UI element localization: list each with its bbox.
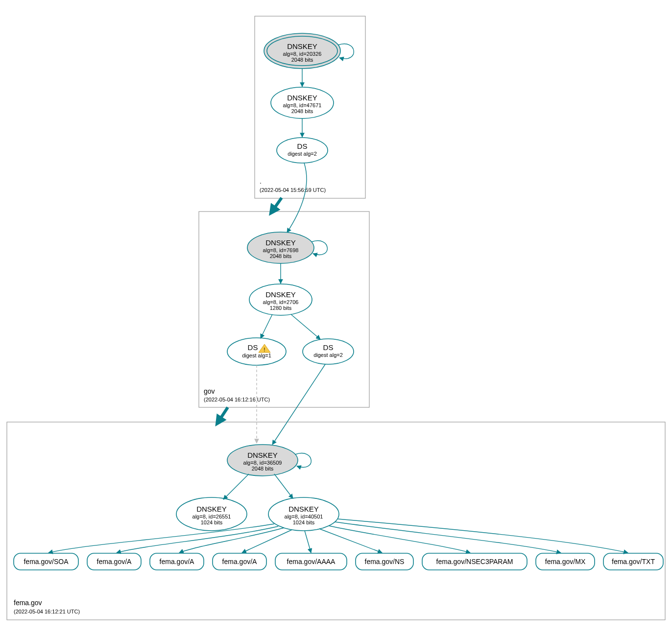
rrset-ns: fema.gov/NS <box>356 553 413 570</box>
svg-text:digest alg=1: digest alg=1 <box>242 353 271 358</box>
node-fema-zsk2: DNSKEY alg=8, id=40501 1024 bits <box>268 497 339 531</box>
edge-zsk2-a3 <box>242 530 292 553</box>
node-root-zsk: DNSKEY alg=8, id=47671 2048 bits <box>271 87 334 118</box>
node-fema-ksk: DNSKEY alg=8, id=36509 2048 bits <box>227 445 298 476</box>
svg-text:DS: DS <box>297 142 308 150</box>
dnssec-graph: . (2022-05-04 15:56:59 UTC) DNSKEY alg=8… <box>0 0 672 636</box>
svg-text:fema.gov/A: fema.gov/A <box>160 558 194 565</box>
svg-text:DNSKEY: DNSKEY <box>288 505 319 513</box>
svg-text:2048 bits: 2048 bits <box>291 108 313 114</box>
rrset-nsec3param: fema.gov/NSEC3PARAM <box>422 553 527 570</box>
svg-text:fema.gov/MX: fema.gov/MX <box>545 558 586 565</box>
svg-text:alg=8, id=20326: alg=8, id=20326 <box>283 51 322 57</box>
edge-zsk2-nsec3 <box>329 526 470 553</box>
svg-text:2048 bits: 2048 bits <box>291 57 313 63</box>
svg-point-10 <box>277 138 328 163</box>
node-root-ksk: DNSKEY alg=8, id=20326 2048 bits <box>264 33 340 69</box>
node-root-ds: DS digest alg=2 <box>277 138 328 163</box>
svg-text:DNSKEY: DNSKEY <box>265 290 296 299</box>
zone-fema: fema.gov (2022-05-04 16:12:21 UTC) DNSKE… <box>7 364 665 620</box>
svg-text:fema.gov/NS: fema.gov/NS <box>365 558 405 565</box>
svg-text:2048 bits: 2048 bits <box>270 253 292 259</box>
svg-text:1024 bits: 1024 bits <box>201 519 223 525</box>
zone-fema-label: fema.gov <box>14 599 42 607</box>
svg-text:alg=8, id=40501: alg=8, id=40501 <box>285 514 323 519</box>
svg-point-26 <box>303 339 354 364</box>
rrset-aaaa: fema.gov/AAAA <box>275 553 347 570</box>
svg-text:fema.gov/NSEC3PARAM: fema.gov/NSEC3PARAM <box>436 558 513 565</box>
rrset-a-1: fema.gov/A <box>87 553 141 570</box>
edge-zsk2-a1 <box>117 526 278 553</box>
edge-rootds-govksk <box>287 163 307 233</box>
svg-text:fema.gov/SOA: fema.gov/SOA <box>24 558 69 565</box>
zone-fema-timestamp: (2022-05-04 16:12:21 UTC) <box>14 609 80 614</box>
edge-govzsk-ds2 <box>291 314 320 339</box>
edge-govzsk-ds1 <box>261 314 272 338</box>
zone-root-timestamp: (2022-05-04 15:56:59 UTC) <box>260 187 326 193</box>
svg-text:alg=8, id=2706: alg=8, id=2706 <box>263 299 299 305</box>
rrsets: fema.gov/SOA fema.gov/A fema.gov/A fema.… <box>14 553 663 570</box>
svg-text:DNSKEY: DNSKEY <box>287 94 317 102</box>
svg-text:alg=8, id=7698: alg=8, id=7698 <box>263 247 299 253</box>
edge-root-to-gov-delegation <box>272 198 282 211</box>
edge-femaksk-zsk1 <box>223 474 249 499</box>
svg-text:DNSKEY: DNSKEY <box>196 505 227 513</box>
svg-text:2048 bits: 2048 bits <box>252 466 274 471</box>
edge-gov-to-fema-delegation <box>218 407 228 422</box>
svg-point-22 <box>227 338 286 365</box>
zone-root: . (2022-05-04 15:56:59 UTC) DNSKEY alg=8… <box>255 16 365 198</box>
rrset-txt: fema.gov/TXT <box>603 553 663 570</box>
svg-text:1280 bits: 1280 bits <box>270 305 292 311</box>
svg-text:DNSKEY: DNSKEY <box>265 238 296 247</box>
svg-text:alg=8, id=47671: alg=8, id=47671 <box>283 102 322 108</box>
rrset-a-2: fema.gov/A <box>150 553 204 570</box>
edge-femaksk-zsk2 <box>274 474 293 498</box>
svg-text:digest alg=2: digest alg=2 <box>313 352 343 358</box>
zone-root-label: . <box>260 177 262 185</box>
svg-text:DNSKEY: DNSKEY <box>247 451 278 459</box>
rrset-mx: fema.gov/MX <box>536 553 595 570</box>
edge-govds2-femaksk <box>272 364 325 445</box>
node-gov-zsk: DNSKEY alg=8, id=2706 1280 bits <box>249 284 312 315</box>
svg-text:DS: DS <box>323 343 334 352</box>
svg-text:fema.gov/A: fema.gov/A <box>222 558 257 565</box>
edge-zsk2-aaaa <box>305 531 311 553</box>
svg-text:digest alg=2: digest alg=2 <box>288 151 317 157</box>
node-gov-ds1: DS ! digest alg=1 <box>227 338 286 365</box>
svg-text:DNSKEY: DNSKEY <box>287 42 317 50</box>
zone-gov: gov (2022-05-04 16:12:16 UTC) DNSKEY alg… <box>199 163 369 407</box>
svg-text:alg=8, id=36509: alg=8, id=36509 <box>243 460 282 466</box>
svg-text:fema.gov/AAAA: fema.gov/AAAA <box>287 558 336 565</box>
svg-text:fema.gov/TXT: fema.gov/TXT <box>612 558 655 565</box>
svg-text:fema.gov/A: fema.gov/A <box>97 558 132 565</box>
zone-gov-timestamp: (2022-05-04 16:12:16 UTC) <box>204 397 270 402</box>
svg-text:alg=8, id=26551: alg=8, id=26551 <box>192 514 231 519</box>
edge-zsk2-ns <box>319 529 382 553</box>
rrset-a-3: fema.gov/A <box>213 553 266 570</box>
svg-text:DS: DS <box>248 343 258 352</box>
node-gov-ksk: DNSKEY alg=8, id=7698 2048 bits <box>247 232 314 263</box>
node-gov-ds2: DS digest alg=2 <box>303 339 354 364</box>
svg-text:!: ! <box>264 347 265 353</box>
svg-text:1024 bits: 1024 bits <box>293 519 315 525</box>
node-fema-zsk1: DNSKEY alg=8, id=26551 1024 bits <box>176 497 247 531</box>
zone-gov-label: gov <box>204 387 215 395</box>
rrset-soa: fema.gov/SOA <box>14 553 78 570</box>
